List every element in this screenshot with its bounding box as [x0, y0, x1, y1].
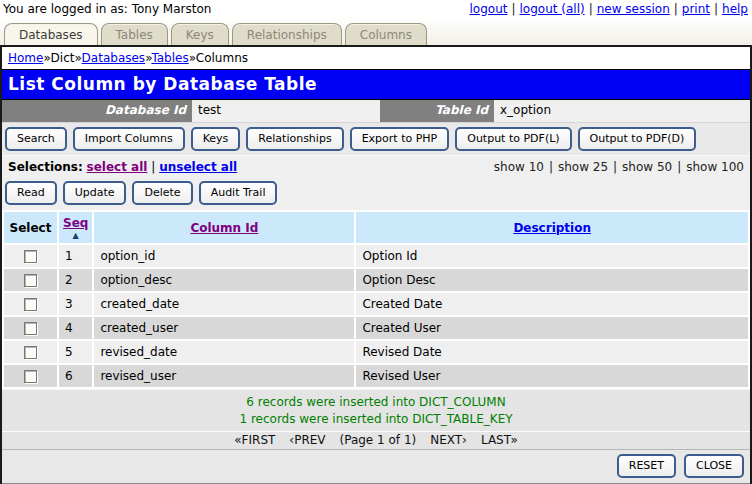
column-id-sort-link[interactable]: Column Id: [190, 221, 258, 235]
import-columns-button[interactable]: Import Columns: [73, 127, 185, 151]
tab-relationships[interactable]: Relationships: [232, 23, 342, 45]
breadcrumb-home[interactable]: Home: [8, 51, 43, 65]
reset-close-row: RESET CLOSE: [2, 449, 750, 483]
row-select-cell: [4, 293, 57, 315]
row-checkbox[interactable]: [24, 370, 37, 383]
sort-ascending-icon[interactable]: ▲: [63, 232, 88, 239]
show-separator: |: [608, 160, 622, 174]
show-options: show 10|show 25|show 50|show 100: [494, 160, 744, 174]
select-column-header: Select: [4, 212, 57, 243]
seq-sort-link[interactable]: Seq: [63, 216, 88, 230]
new-session-link[interactable]: new session: [597, 2, 670, 16]
database-id-label: Database Id: [2, 100, 192, 122]
column-id-cell: created_date: [94, 293, 354, 315]
description-cell: Option Desc: [356, 269, 748, 291]
seq-cell: 2: [59, 269, 92, 291]
output-to-pdf-l-button[interactable]: Output to PDF(L): [455, 127, 571, 151]
main-frame: Home»Dict»Databases»Tables»Columns List …: [0, 45, 752, 484]
logged-in-user: Tony Marston: [132, 2, 212, 16]
seq-cell: 4: [59, 317, 92, 339]
selections-separator: |: [151, 160, 155, 174]
row-select-cell: [4, 365, 57, 387]
reset-button[interactable]: RESET: [617, 454, 676, 478]
breadcrumb-separator: »: [43, 51, 50, 65]
table-row: 4 created_user Created User: [4, 317, 748, 339]
logout-all-link[interactable]: logout (all): [520, 2, 585, 16]
link-separator: |: [585, 2, 597, 16]
output-to-pdf-d-button[interactable]: Output to PDF(D): [578, 127, 697, 151]
pagination-next[interactable]: NEXT›: [423, 433, 474, 447]
description-cell: Revised Date: [356, 341, 748, 363]
pagination: «FIRST‹PREV(Page 1 of 1)NEXT›LAST»: [2, 431, 750, 449]
row-select-cell: [4, 317, 57, 339]
column-id-cell: revised_date: [94, 341, 354, 363]
link-separator: |: [670, 2, 682, 16]
show-10-link[interactable]: show 10: [494, 160, 544, 174]
selections-label: Selections:: [8, 160, 83, 174]
search-button[interactable]: Search: [5, 127, 67, 151]
show-50-link[interactable]: show 50: [622, 160, 672, 174]
print-link[interactable]: print: [682, 2, 710, 16]
logout-link[interactable]: logout: [470, 2, 508, 16]
table-id-label: Table Id: [380, 100, 494, 122]
select-all-link[interactable]: select all: [87, 160, 148, 174]
tab-keys[interactable]: Keys: [171, 23, 229, 45]
logged-in-label: You are logged in as:: [3, 2, 128, 16]
pagination-last[interactable]: LAST»: [474, 433, 525, 447]
show-separator: |: [672, 160, 686, 174]
relationships-button[interactable]: Relationships: [246, 127, 343, 151]
description-sort-link[interactable]: Description: [513, 221, 591, 235]
tab-columns[interactable]: Columns: [345, 23, 427, 45]
description-cell: Revised User: [356, 365, 748, 387]
row-checkbox[interactable]: [24, 274, 37, 287]
row-select-cell: [4, 269, 57, 291]
export-to-php-button[interactable]: Export to PHP: [350, 127, 450, 151]
keys-button[interactable]: Keys: [191, 127, 241, 151]
pagination-prev[interactable]: ‹PREV: [282, 433, 332, 447]
seq-cell: 5: [59, 341, 92, 363]
show-100-link[interactable]: show 100: [686, 160, 744, 174]
help-link[interactable]: help: [722, 2, 748, 16]
status-message: 6 records were inserted into DICT_COLUMN: [2, 394, 750, 411]
link-separator: |: [507, 2, 519, 16]
breadcrumb-databases[interactable]: Databases: [82, 51, 146, 65]
column-id-cell: option_id: [94, 245, 354, 267]
close-button[interactable]: CLOSE: [684, 454, 744, 478]
logged-in-status: You are logged in as: Tony Marston: [3, 2, 211, 16]
tab-tables[interactable]: Tables: [101, 23, 168, 45]
update-button[interactable]: Update: [63, 181, 127, 205]
table-row: 6 revised_user Revised User: [4, 365, 748, 387]
row-checkbox[interactable]: [24, 346, 37, 359]
row-checkbox[interactable]: [24, 298, 37, 311]
show-25-link[interactable]: show 25: [558, 160, 608, 174]
audit-trail-button[interactable]: Audit Trail: [199, 181, 278, 205]
delete-button[interactable]: Delete: [132, 181, 192, 205]
seq-column-header: Seq ▲: [59, 212, 92, 243]
pagination-page-status: (Page 1 of 1): [333, 433, 424, 447]
seq-cell: 6: [59, 365, 92, 387]
column-id-cell: created_user: [94, 317, 354, 339]
description-cell: Option Id: [356, 245, 748, 267]
selections-row: Selections: select all | unselect all sh…: [2, 156, 750, 178]
read-button[interactable]: Read: [5, 181, 57, 205]
status-message: 1 records were inserted into DICT_TABLE_…: [2, 411, 750, 428]
row-select-cell: [4, 245, 57, 267]
column-id-cell: option_desc: [94, 269, 354, 291]
breadcrumb-separator: »: [189, 51, 196, 65]
table-row: 3 created_date Created Date: [4, 293, 748, 315]
row-checkbox[interactable]: [24, 322, 37, 335]
unselect-all-link[interactable]: unselect all: [159, 160, 237, 174]
page-title: List Column by Database Table: [2, 69, 750, 100]
breadcrumb-tables[interactable]: Tables: [151, 51, 188, 65]
tab-bar: Databases Tables Keys Relationships Colu…: [0, 17, 752, 45]
row-checkbox[interactable]: [24, 250, 37, 263]
columns-table: Select Seq ▲ Column Id Description 1 opt…: [2, 210, 750, 389]
tab-databases[interactable]: Databases: [4, 23, 98, 45]
table-row: 1 option_id Option Id: [4, 245, 748, 267]
table-row: 5 revised_date Revised Date: [4, 341, 748, 363]
top-links: logout|logout (all)|new session|print|he…: [470, 2, 749, 16]
seq-cell: 3: [59, 293, 92, 315]
column-id-cell: revised_user: [94, 365, 354, 387]
pagination-first[interactable]: «FIRST: [227, 433, 282, 447]
table-id-value: x_option: [494, 100, 750, 122]
